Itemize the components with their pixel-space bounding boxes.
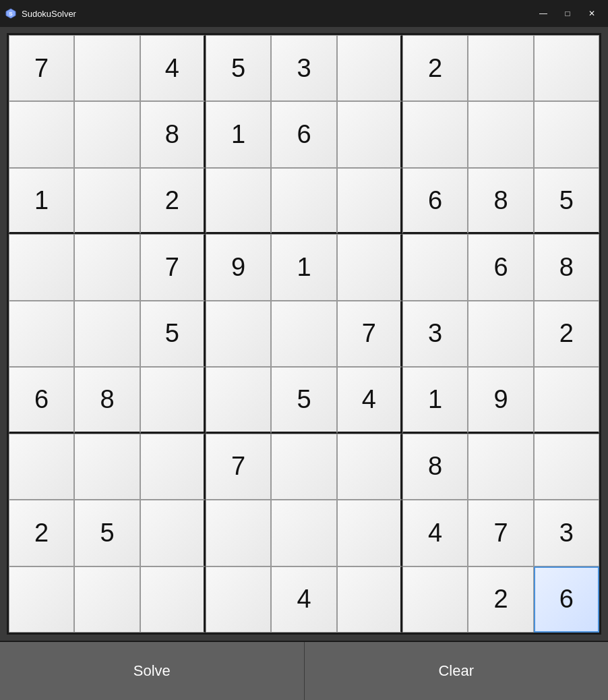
sudoku-cell[interactable]: 4: [337, 367, 402, 433]
sudoku-cell[interactable]: [337, 35, 402, 101]
sudoku-cell[interactable]: [74, 35, 140, 101]
sudoku-cell[interactable]: 7: [206, 434, 271, 500]
sudoku-cell[interactable]: 6: [402, 168, 468, 234]
bottom-bar: Solve Clear: [0, 641, 608, 700]
sudoku-cell[interactable]: [534, 101, 599, 167]
sudoku-cell[interactable]: [534, 434, 599, 500]
sudoku-cell[interactable]: 7: [9, 35, 74, 101]
sudoku-cell[interactable]: [271, 301, 336, 367]
sudoku-cell[interactable]: 2: [468, 566, 533, 633]
sudoku-cell[interactable]: 5: [271, 367, 336, 433]
sudoku-cell[interactable]: [271, 500, 336, 566]
sudoku-cell[interactable]: 9: [468, 367, 533, 433]
sudoku-cell[interactable]: [74, 168, 140, 234]
sudoku-cell[interactable]: [74, 566, 140, 633]
sudoku-cell[interactable]: 5: [74, 500, 140, 566]
sudoku-cell[interactable]: [140, 367, 206, 433]
sudoku-cell[interactable]: 8: [140, 101, 206, 167]
sudoku-cell[interactable]: 7: [468, 500, 533, 566]
sudoku-cell[interactable]: [468, 301, 533, 367]
sudoku-cell[interactable]: [468, 101, 533, 167]
sudoku-cell[interactable]: [271, 168, 336, 234]
sudoku-cell[interactable]: 2: [140, 168, 206, 234]
sudoku-cell[interactable]: 8: [74, 367, 140, 433]
close-button[interactable]: ✕: [581, 5, 603, 22]
sudoku-cell[interactable]: [9, 566, 74, 633]
sudoku-cell[interactable]: 5: [534, 168, 599, 234]
sudoku-cell[interactable]: [468, 434, 533, 500]
sudoku-cell[interactable]: 8: [468, 168, 533, 234]
sudoku-cell[interactable]: [74, 434, 140, 500]
sudoku-cell[interactable]: 4: [140, 35, 206, 101]
sudoku-cell[interactable]: 5: [206, 35, 271, 101]
minimize-button[interactable]: —: [533, 5, 554, 22]
sudoku-cell[interactable]: [337, 234, 402, 300]
sudoku-cell[interactable]: 2: [534, 301, 599, 367]
svg-text:S: S: [9, 11, 13, 17]
title-bar-left: S SudokuSolver: [5, 8, 76, 19]
sudoku-cell[interactable]: 4: [271, 566, 336, 633]
sudoku-cell[interactable]: 7: [140, 234, 206, 300]
sudoku-cell[interactable]: 8: [534, 234, 599, 300]
sudoku-cell[interactable]: 1: [271, 234, 336, 300]
sudoku-cell[interactable]: [9, 301, 74, 367]
sudoku-container: 74532816126857916857326854197825473426: [0, 27, 608, 641]
sudoku-cell[interactable]: 1: [206, 101, 271, 167]
sudoku-cell[interactable]: [9, 234, 74, 300]
clear-button[interactable]: Clear: [305, 642, 609, 700]
sudoku-cell[interactable]: [402, 566, 468, 633]
sudoku-cell[interactable]: 6: [271, 101, 336, 167]
sudoku-cell[interactable]: [206, 301, 271, 367]
app-icon: S: [5, 8, 16, 19]
sudoku-cell[interactable]: [74, 234, 140, 300]
sudoku-cell[interactable]: 3: [271, 35, 336, 101]
app-title: SudokuSolver: [22, 9, 76, 19]
sudoku-cell[interactable]: [74, 101, 140, 167]
sudoku-cell[interactable]: [206, 367, 271, 433]
sudoku-cell[interactable]: 6: [534, 566, 599, 633]
title-bar-controls: — □ ✕: [533, 5, 603, 22]
sudoku-cell[interactable]: [206, 168, 271, 234]
sudoku-cell[interactable]: 9: [206, 234, 271, 300]
sudoku-cell[interactable]: [337, 101, 402, 167]
sudoku-cell[interactable]: 2: [402, 35, 468, 101]
sudoku-cell[interactable]: 1: [9, 168, 74, 234]
sudoku-cell[interactable]: 8: [402, 434, 468, 500]
sudoku-cell[interactable]: [9, 101, 74, 167]
sudoku-cell[interactable]: 2: [9, 500, 74, 566]
sudoku-cell[interactable]: 1: [402, 367, 468, 433]
sudoku-cell[interactable]: [468, 35, 533, 101]
sudoku-cell[interactable]: [206, 500, 271, 566]
sudoku-cell[interactable]: [337, 566, 402, 633]
sudoku-cell[interactable]: [9, 434, 74, 500]
sudoku-cell[interactable]: [337, 434, 402, 500]
sudoku-cell[interactable]: 3: [534, 500, 599, 566]
maximize-button[interactable]: □: [557, 5, 578, 22]
sudoku-cell[interactable]: 6: [468, 234, 533, 300]
sudoku-cell[interactable]: [402, 234, 468, 300]
sudoku-cell[interactable]: [534, 35, 599, 101]
sudoku-cell[interactable]: 6: [9, 367, 74, 433]
sudoku-cell[interactable]: [337, 500, 402, 566]
sudoku-cell[interactable]: [534, 367, 599, 433]
sudoku-cell[interactable]: 3: [402, 301, 468, 367]
sudoku-cell[interactable]: [140, 566, 206, 633]
sudoku-cell[interactable]: [337, 168, 402, 234]
sudoku-cell[interactable]: [74, 301, 140, 367]
sudoku-grid: 74532816126857916857326854197825473426: [7, 33, 601, 635]
sudoku-cell[interactable]: 7: [337, 301, 402, 367]
sudoku-cell[interactable]: [402, 101, 468, 167]
sudoku-cell[interactable]: [206, 566, 271, 633]
sudoku-cell[interactable]: 5: [140, 301, 206, 367]
sudoku-cell[interactable]: [140, 434, 206, 500]
sudoku-cell[interactable]: 4: [402, 500, 468, 566]
title-bar: S SudokuSolver — □ ✕: [0, 0, 608, 27]
sudoku-cell[interactable]: [271, 434, 336, 500]
sudoku-cell[interactable]: [140, 500, 206, 566]
solve-button[interactable]: Solve: [0, 642, 305, 700]
